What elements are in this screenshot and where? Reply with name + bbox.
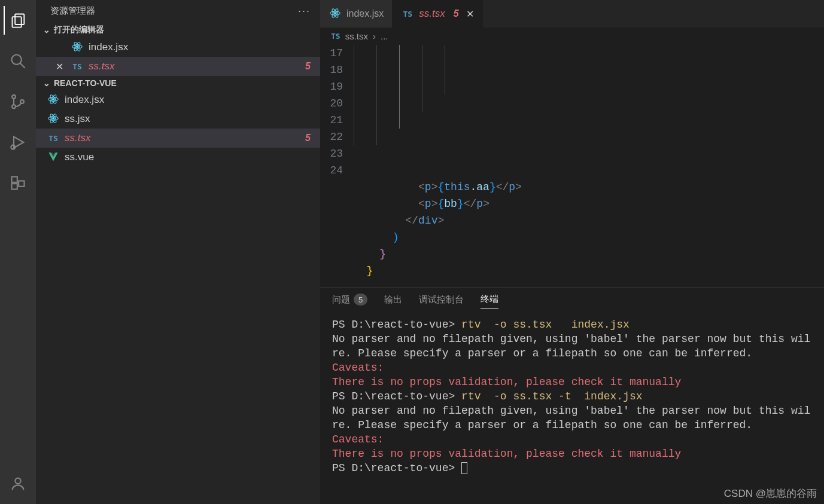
svg-line-3 [20, 63, 25, 68]
tab-label: index.jsx [346, 8, 384, 19]
tab-terminal[interactable]: 终端 [481, 294, 498, 309]
editor-tab[interactable]: TSss.tsx5✕ [393, 0, 482, 28]
open-editor-item[interactable]: ✕TSss.tsx5 [36, 57, 320, 76]
svg-point-20 [53, 98, 54, 100]
breadcrumb[interactable]: TS ss.tsx › ... [320, 28, 824, 45]
watermark: CSDN @崽崽的谷雨 [724, 487, 817, 500]
tab-output[interactable]: 输出 [384, 294, 402, 309]
editor-main: index.jsxTSss.tsx5✕ TS ss.tsx › ... 1718… [320, 0, 824, 504]
svg-point-24 [53, 117, 54, 119]
breadcrumb-file: ss.tsx [345, 31, 368, 41]
svg-point-28 [335, 12, 336, 14]
error-badge: 5 [305, 61, 320, 72]
vue-icon [47, 151, 60, 164]
react-icon [71, 41, 84, 54]
ts-icon: TS [401, 10, 414, 19]
react-icon [47, 113, 60, 126]
extensions-icon[interactable] [4, 169, 32, 197]
activity-bar [0, 0, 36, 504]
svg-rect-11 [19, 181, 24, 187]
problems-label: 问题 [332, 294, 350, 306]
file-name: ss.tsx [89, 60, 300, 72]
code-editor[interactable]: 1718192021222324 <p>{this.aa}</p> <p>{bb… [320, 45, 824, 287]
project-header[interactable]: ⌄ REACT-TO-VUE [36, 76, 320, 90]
explorer-more-icon[interactable]: ··· [298, 5, 311, 17]
svg-rect-10 [12, 184, 17, 189]
error-badge: 5 [305, 133, 320, 143]
explorer-icon[interactable] [4, 6, 32, 35]
ts-icon: TS [331, 32, 340, 41]
error-badge: 5 [454, 8, 459, 19]
explorer-sidebar: 资源管理器 ··· ⌄ 打开的编辑器 ✕index.jsx✕TSss.tsx5 … [36, 0, 320, 504]
svg-point-6 [20, 100, 24, 103]
ts-icon: TS [47, 134, 60, 143]
open-editor-item[interactable]: ✕index.jsx [36, 38, 320, 57]
file-item[interactable]: TSss.tsx5 [36, 129, 320, 148]
tab-debug-console[interactable]: 调试控制台 [419, 294, 464, 309]
close-icon[interactable]: ✕ [466, 8, 474, 20]
project-label: REACT-TO-VUE [54, 78, 117, 88]
file-item[interactable]: index.jsx [36, 90, 320, 109]
open-editors-header[interactable]: ⌄ 打开的编辑器 [36, 22, 320, 38]
problems-count-badge: 5 [354, 294, 367, 306]
react-icon [47, 94, 60, 106]
chevron-down-icon: ⌄ [43, 25, 54, 35]
file-name: index.jsx [65, 94, 320, 106]
svg-point-12 [15, 478, 20, 484]
panel-tabs: 问题 5 输出 调试控制台 终端 [320, 288, 824, 313]
chevron-right-icon: › [373, 31, 376, 41]
file-name: ss.jsx [65, 113, 320, 125]
svg-point-4 [12, 95, 16, 99]
svg-rect-1 [13, 17, 22, 27]
breadcrumb-rest: ... [381, 31, 388, 41]
terminal-output[interactable]: PS D:\react-to-vue> rtv -o ss.tsx index.… [320, 313, 824, 504]
svg-rect-9 [12, 177, 17, 182]
accounts-icon[interactable] [4, 469, 32, 498]
editor-tab[interactable]: index.jsx [320, 0, 393, 28]
editor-tabs: index.jsxTSss.tsx5✕ [320, 0, 824, 28]
file-name: index.jsx [89, 41, 320, 53]
file-item[interactable]: ss.vue [36, 148, 320, 167]
chevron-down-icon: ⌄ [43, 78, 54, 88]
svg-point-16 [77, 45, 78, 47]
run-debug-icon[interactable] [4, 128, 32, 157]
file-name: ss.vue [65, 151, 320, 163]
react-icon [329, 8, 342, 20]
bottom-panel: 问题 5 输出 调试控制台 终端 PS D:\react-to-vue> rtv… [320, 287, 824, 504]
file-name: ss.tsx [65, 132, 300, 144]
open-editors-label: 打开的编辑器 [54, 25, 104, 35]
svg-point-5 [12, 105, 16, 108]
source-control-icon[interactable] [4, 87, 32, 116]
search-icon[interactable] [4, 47, 32, 75]
tab-problems[interactable]: 问题 5 [332, 294, 367, 309]
tab-label: ss.tsx [419, 8, 445, 20]
file-item[interactable]: ss.jsx [36, 109, 320, 129]
svg-point-2 [12, 55, 22, 65]
ts-icon: TS [71, 62, 84, 71]
explorer-title: 资源管理器 [50, 5, 95, 17]
close-icon[interactable]: ✕ [53, 61, 66, 72]
svg-rect-0 [15, 14, 24, 25]
